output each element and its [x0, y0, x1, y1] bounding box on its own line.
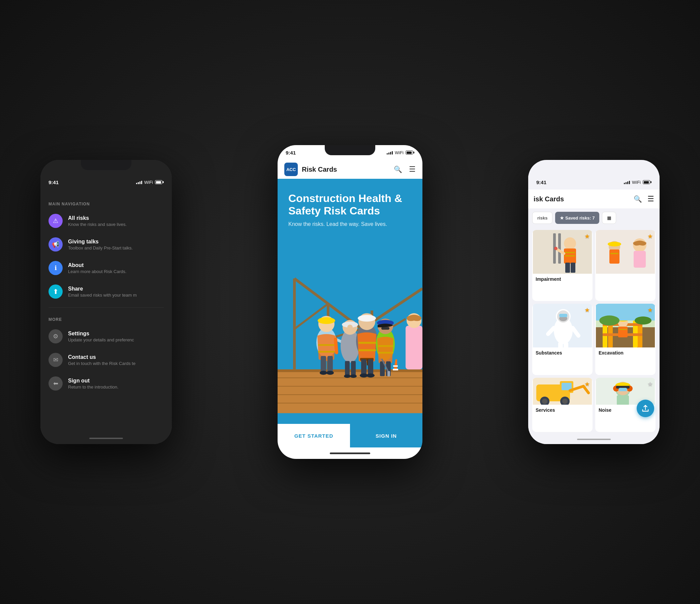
- nav-item-sign-out[interactable]: ⬅ Sign out Return to the introduction.: [41, 372, 172, 395]
- nav-item-contact-us[interactable]: ✉ Contact us Get in touch with the Risk …: [41, 348, 172, 372]
- risk-card-label-impairment: Impairment: [532, 274, 593, 285]
- battery-icon-left: [155, 180, 164, 184]
- nav-text-giving-talks: Giving talks Toolbox and Daily Pre-Start…: [68, 239, 164, 251]
- nav-text-about: About Learn more about Risk Cards.: [68, 262, 164, 274]
- nav-text-contact-us: Contact us Get in touch with the Risk Ca…: [68, 354, 164, 366]
- risk-card-substances[interactable]: ★ Substances: [532, 304, 593, 375]
- header-actions: 🔍 ☰: [394, 165, 416, 174]
- nav-item-share[interactable]: ⬆ Share Email saved risks with your team…: [41, 280, 172, 303]
- svg-rect-24: [321, 356, 326, 373]
- svg-line-23: [335, 339, 336, 352]
- filter-all-risks[interactable]: risks: [532, 212, 552, 224]
- nav-item-all-risks[interactable]: ⚠ All risks Know the risks and save live…: [41, 209, 172, 233]
- svg-point-111: [542, 399, 547, 404]
- nav-item-about[interactable]: ℹ About Learn more about Risk Cards.: [41, 256, 172, 280]
- svg-rect-59: [406, 325, 422, 369]
- svg-point-104: [599, 315, 620, 325]
- menu-icon-center[interactable]: ☰: [409, 165, 416, 174]
- status-time-right: 9:41: [536, 180, 546, 185]
- svg-rect-86: [559, 314, 567, 317]
- giving-talks-icon: 📢: [49, 237, 62, 252]
- status-bar-left: 9:41 WiFi: [41, 175, 172, 189]
- svg-rect-68: [565, 252, 575, 253]
- svg-rect-76: [634, 251, 646, 268]
- menu-icon-right[interactable]: ☰: [647, 194, 654, 203]
- svg-rect-38: [358, 349, 376, 351]
- right-header: isk Cards 🔍 ☰: [528, 189, 659, 208]
- search-icon-center[interactable]: 🔍: [394, 165, 402, 174]
- filter-bar: risks ★ Saved risks: 7 ▦: [528, 208, 659, 227]
- right-title: isk Cards: [533, 195, 634, 203]
- status-time-center: 9:41: [286, 150, 296, 156]
- sign-out-icon: ⬅: [49, 376, 62, 391]
- nav-item-settings[interactable]: ⚙ Settings Update your details and prefe…: [41, 324, 172, 348]
- app-header: ACC Risk Cards 🔍 ☰: [278, 160, 422, 179]
- star-badge-excavation: ★: [647, 306, 653, 314]
- settings-icon: ⚙: [49, 329, 62, 343]
- sign-in-button[interactable]: SIGN IN: [350, 424, 422, 447]
- nav-item-giving-talks[interactable]: 📢 Giving talks Toolbox and Daily Pre-Sta…: [41, 233, 172, 256]
- svg-rect-19: [318, 351, 335, 352]
- status-icons-left: WiFi: [136, 180, 164, 185]
- risk-card-image-top-right: ★: [595, 230, 655, 274]
- phone-notch-right: [569, 160, 619, 170]
- svg-rect-79: [609, 250, 620, 264]
- svg-rect-45: [368, 359, 373, 375]
- risk-card-label-substances: Substances: [532, 347, 593, 358]
- home-indicator-left: [41, 432, 172, 444]
- nav-text-all-risks: All risks Know the risks and save lives.: [68, 215, 164, 227]
- search-icon-right[interactable]: 🔍: [634, 195, 642, 203]
- svg-point-113: [562, 399, 568, 404]
- risk-card-excavation[interactable]: ★ Excavation: [595, 304, 655, 375]
- bottom-buttons: GET STARTED SIGN IN: [278, 424, 422, 447]
- risk-card-image-services: ★: [532, 378, 593, 405]
- status-icons-center: WiFi: [387, 150, 414, 155]
- svg-point-35: [350, 374, 357, 378]
- svg-rect-37: [358, 342, 376, 344]
- wifi-icon-center: WiFi: [395, 150, 404, 155]
- nav-text-share: Share Email saved risks with your team m: [68, 286, 164, 298]
- risk-card-top-right[interactable]: ★: [595, 230, 655, 301]
- svg-rect-71: [571, 263, 575, 273]
- star-badge-noise: ★: [647, 380, 653, 388]
- risk-card-image-excavation: ★: [595, 304, 655, 347]
- get-started-button[interactable]: GET STARTED: [278, 424, 350, 447]
- risk-card-image-substances: ★: [532, 304, 593, 347]
- about-icon: ℹ: [49, 261, 62, 275]
- wifi-icon-left: WiFi: [144, 180, 153, 185]
- svg-rect-80: [610, 253, 619, 254]
- svg-rect-53: [381, 327, 390, 330]
- nav-text-settings: Settings Update your details and prefere…: [68, 331, 164, 342]
- risk-card-image-impairment: ★: [532, 230, 593, 274]
- hero-text: Construction Health & Safety Risk Cards …: [278, 179, 422, 234]
- svg-rect-44: [361, 359, 367, 375]
- svg-point-66: [564, 237, 576, 250]
- svg-point-105: [635, 316, 651, 324]
- svg-rect-32: [345, 361, 350, 376]
- battery-icon-right: [643, 180, 651, 184]
- star-badge-top-right: ★: [647, 233, 653, 240]
- svg-rect-89: [558, 342, 563, 347]
- svg-rect-25: [327, 356, 333, 373]
- svg-point-47: [367, 373, 375, 377]
- svg-rect-69: [565, 255, 575, 257]
- fab-share-button[interactable]: [637, 400, 654, 417]
- home-indicator-center: [278, 447, 422, 459]
- risk-card-services[interactable]: ★ Services: [532, 378, 593, 432]
- svg-point-34: [344, 374, 351, 378]
- filter-grid-view[interactable]: ▦: [602, 212, 616, 224]
- signal-icon-left: [136, 180, 142, 184]
- svg-rect-90: [564, 342, 568, 347]
- svg-rect-101: [618, 326, 628, 337]
- nav-section-more-title: MORE: [41, 312, 172, 324]
- svg-rect-49: [378, 345, 394, 347]
- svg-rect-62: [388, 371, 390, 376]
- risk-card-label-services: Services: [532, 405, 593, 416]
- star-badge-substances: ★: [584, 306, 590, 314]
- app-logo: ACC: [284, 163, 298, 176]
- all-risks-icon: ⚠: [49, 214, 62, 228]
- risk-card-impairment[interactable]: ★ Impairment: [532, 230, 593, 301]
- filter-saved-risks[interactable]: ★ Saved risks: 7: [555, 212, 599, 224]
- home-indicator-right: [528, 435, 659, 444]
- signal-icon-right: [624, 180, 630, 184]
